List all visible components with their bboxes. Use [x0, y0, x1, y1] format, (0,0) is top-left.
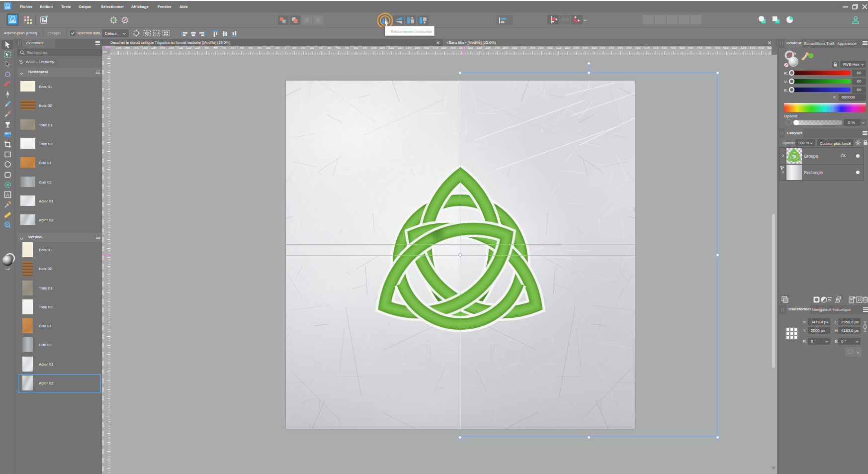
- svg-text:A: A: [6, 192, 9, 197]
